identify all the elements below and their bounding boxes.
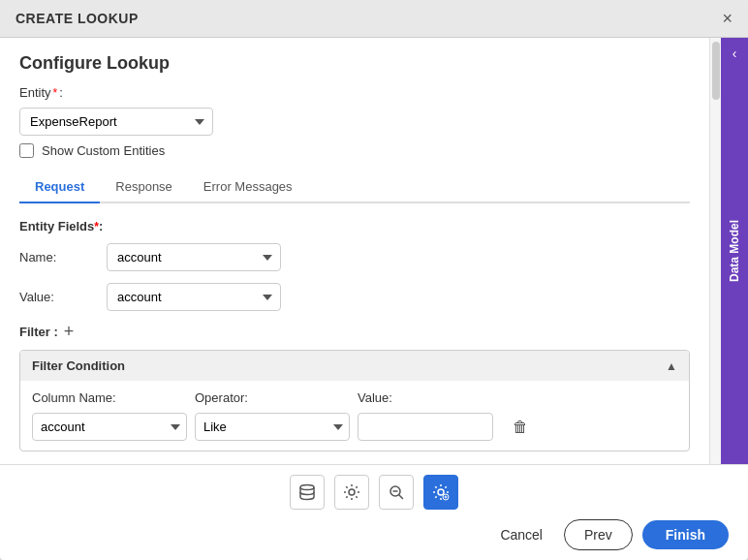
tab-error-messages[interactable]: Error Messages — [188, 171, 308, 203]
toolbar-zoom-button[interactable] — [379, 475, 414, 510]
value-dropdown[interactable]: account — [107, 283, 281, 311]
svg-point-1 — [349, 489, 355, 495]
collapse-icon[interactable]: ▲ — [666, 359, 677, 373]
value-header: Value: — [358, 390, 493, 405]
custom-entities-row: Show Custom Entities — [19, 143, 690, 158]
add-filter-button[interactable]: + — [64, 323, 75, 340]
name-label: Name: — [19, 250, 97, 264]
filter-row: Filter : + — [19, 323, 690, 340]
filter-operator-dropdown[interactable]: Like = != > < — [195, 413, 350, 441]
modal-header: CREATE LOOKUP × — [0, 0, 748, 38]
operator-header: Operator: — [195, 390, 350, 405]
scrollbar[interactable] — [709, 38, 721, 464]
show-custom-entities-label: Show Custom Entities — [42, 143, 165, 158]
close-button[interactable]: × — [722, 10, 732, 27]
toolbar-icons — [19, 475, 729, 510]
delete-filter-button[interactable]: 🗑 — [501, 419, 540, 436]
name-field-row: Name: account — [19, 243, 368, 271]
toolbar-database-button[interactable] — [290, 475, 325, 510]
footer-actions: Cancel Prev Finish — [19, 519, 729, 550]
name-dropdown[interactable]: account — [107, 243, 281, 271]
tabs-container: Request Response Error Messages — [19, 171, 690, 203]
filter-column-dropdown[interactable]: account — [32, 413, 187, 441]
entity-fields-section: Entity Fields * : Name: account Value: a… — [19, 219, 690, 311]
toolbar-gear-search-button[interactable] — [334, 475, 369, 510]
filter-condition-header: Filter Condition ▲ — [20, 351, 689, 381]
column-name-header: Column Name: — [32, 390, 187, 405]
modal: CREATE LOOKUP × Configure Lookup Entity … — [0, 0, 748, 560]
filter-condition-body: Column Name: Operator: Value: account Li… — [20, 381, 689, 451]
modal-title: CREATE LOOKUP — [16, 11, 139, 26]
main-content: Configure Lookup Entity * : ExpenseRepor… — [0, 38, 709, 464]
value-label: Value: — [19, 290, 97, 304]
filter-label: Filter : — [19, 325, 58, 339]
entity-fields-label: Entity Fields * : — [19, 219, 690, 233]
required-star: * — [53, 86, 58, 100]
svg-point-3 — [438, 489, 444, 495]
filter-inputs-row: account Like = != > < 🗑 — [32, 413, 677, 441]
toolbar-settings-active-button[interactable] — [423, 475, 458, 510]
finish-button[interactable]: Finish — [642, 520, 729, 549]
svg-point-0 — [300, 485, 314, 490]
prev-button[interactable]: Prev — [564, 519, 633, 550]
modal-footer: Cancel Prev Finish — [0, 464, 748, 560]
tab-response[interactable]: Response — [100, 171, 188, 203]
cancel-button[interactable]: Cancel — [488, 521, 554, 548]
sidebar-panel[interactable]: ‹ Data Model — [721, 38, 748, 464]
entity-field-row: Entity * : — [19, 85, 690, 100]
filter-headers: Column Name: Operator: Value: — [32, 390, 677, 405]
value-field-row: Value: account — [19, 283, 368, 311]
section-title: Configure Lookup — [19, 53, 690, 74]
entity-label: Entity * : — [19, 85, 63, 100]
modal-body: Configure Lookup Entity * : ExpenseRepor… — [0, 38, 748, 464]
show-custom-entities-checkbox[interactable] — [19, 143, 34, 158]
tab-request[interactable]: Request — [19, 171, 100, 203]
scrollbar-thumb — [712, 42, 720, 100]
filter-value-input[interactable] — [358, 413, 493, 441]
entity-dropdown[interactable]: ExpenseReport — [19, 108, 213, 136]
filter-condition-title: Filter Condition — [32, 358, 125, 373]
sidebar-label: Data Model — [728, 212, 741, 290]
sidebar-arrow-icon: ‹ — [732, 46, 737, 61]
filter-condition-box: Filter Condition ▲ Column Name: Operator… — [19, 350, 690, 451]
